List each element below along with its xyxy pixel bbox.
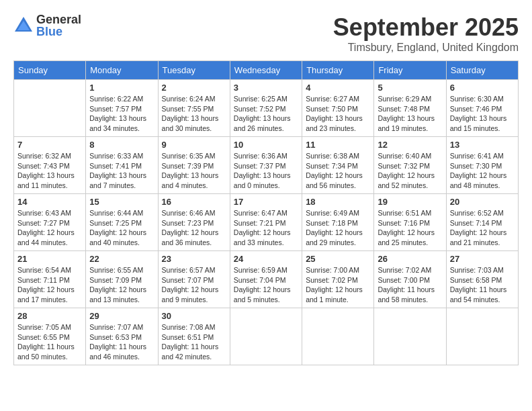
day-info: Sunrise: 6:24 AM Sunset: 7:55 PM Dayligh… <box>162 94 226 134</box>
logo-general: General <box>36 13 81 26</box>
day-number: 20 <box>450 197 515 207</box>
calendar-cell: 7Sunrise: 6:32 AM Sunset: 7:43 PM Daylig… <box>14 137 86 194</box>
day-number: 10 <box>234 140 298 150</box>
calendar-cell <box>302 308 374 365</box>
day-number: 29 <box>89 311 154 321</box>
day-info: Sunrise: 6:57 AM Sunset: 7:07 PM Dayligh… <box>162 265 226 305</box>
day-info: Sunrise: 7:00 AM Sunset: 7:02 PM Dayligh… <box>306 265 370 305</box>
calendar-cell: 11Sunrise: 6:38 AM Sunset: 7:34 PM Dayli… <box>302 137 374 194</box>
weekday-header: Friday <box>374 61 446 80</box>
logo-blue: Blue <box>36 26 81 38</box>
day-number: 27 <box>450 254 515 264</box>
calendar-cell: 2Sunrise: 6:24 AM Sunset: 7:55 PM Daylig… <box>158 80 230 137</box>
calendar-cell: 21Sunrise: 6:54 AM Sunset: 7:11 PM Dayli… <box>14 251 86 308</box>
calendar-cell: 1Sunrise: 6:22 AM Sunset: 7:57 PM Daylig… <box>86 80 158 137</box>
calendar-cell: 30Sunrise: 7:08 AM Sunset: 6:51 PM Dayli… <box>158 308 230 365</box>
day-number: 22 <box>89 254 154 264</box>
calendar-cell: 26Sunrise: 7:02 AM Sunset: 7:00 PM Dayli… <box>374 251 446 308</box>
week-row: 28Sunrise: 7:05 AM Sunset: 6:55 PM Dayli… <box>14 308 519 365</box>
day-number: 17 <box>234 197 298 207</box>
calendar-cell: 13Sunrise: 6:41 AM Sunset: 7:30 PM Dayli… <box>446 137 518 194</box>
weekday-header: Tuesday <box>158 61 230 80</box>
day-number: 15 <box>89 197 154 207</box>
day-number: 23 <box>162 254 226 264</box>
day-number: 18 <box>306 197 370 207</box>
calendar: SundayMondayTuesdayWednesdayThursdayFrid… <box>13 60 519 365</box>
week-row: 1Sunrise: 6:22 AM Sunset: 7:57 PM Daylig… <box>14 80 519 137</box>
weekday-header: Thursday <box>302 61 374 80</box>
day-info: Sunrise: 6:55 AM Sunset: 7:09 PM Dayligh… <box>89 265 154 305</box>
day-info: Sunrise: 6:36 AM Sunset: 7:37 PM Dayligh… <box>234 151 298 191</box>
title-block: September 2025 Timsbury, England, United… <box>333 13 519 54</box>
day-number: 14 <box>17 197 82 207</box>
day-info: Sunrise: 6:47 AM Sunset: 7:21 PM Dayligh… <box>234 208 298 248</box>
day-number: 9 <box>162 140 226 150</box>
calendar-cell <box>14 80 86 137</box>
week-row: 14Sunrise: 6:43 AM Sunset: 7:27 PM Dayli… <box>14 194 519 251</box>
page-header: General Blue September 2025 Timsbury, En… <box>13 13 519 54</box>
calendar-cell: 25Sunrise: 7:00 AM Sunset: 7:02 PM Dayli… <box>302 251 374 308</box>
day-number: 1 <box>89 83 154 93</box>
calendar-cell: 12Sunrise: 6:40 AM Sunset: 7:32 PM Dayli… <box>374 137 446 194</box>
calendar-cell: 6Sunrise: 6:30 AM Sunset: 7:46 PM Daylig… <box>446 80 518 137</box>
day-number: 12 <box>378 140 442 150</box>
calendar-cell: 29Sunrise: 7:07 AM Sunset: 6:53 PM Dayli… <box>86 308 158 365</box>
day-info: Sunrise: 6:40 AM Sunset: 7:32 PM Dayligh… <box>378 151 442 191</box>
calendar-cell: 3Sunrise: 6:25 AM Sunset: 7:52 PM Daylig… <box>230 80 302 137</box>
calendar-cell: 16Sunrise: 6:46 AM Sunset: 7:23 PM Dayli… <box>158 194 230 251</box>
day-info: Sunrise: 6:51 AM Sunset: 7:16 PM Dayligh… <box>378 208 442 248</box>
weekday-header-row: SundayMondayTuesdayWednesdayThursdayFrid… <box>14 61 519 80</box>
day-number: 30 <box>162 311 226 321</box>
weekday-header: Saturday <box>446 61 518 80</box>
calendar-cell: 18Sunrise: 6:49 AM Sunset: 7:18 PM Dayli… <box>302 194 374 251</box>
calendar-cell: 27Sunrise: 7:03 AM Sunset: 6:58 PM Dayli… <box>446 251 518 308</box>
day-info: Sunrise: 6:41 AM Sunset: 7:30 PM Dayligh… <box>450 151 515 191</box>
logo-icon <box>13 15 34 36</box>
day-info: Sunrise: 6:54 AM Sunset: 7:11 PM Dayligh… <box>17 265 82 305</box>
day-info: Sunrise: 6:32 AM Sunset: 7:43 PM Dayligh… <box>17 151 82 191</box>
calendar-cell: 23Sunrise: 6:57 AM Sunset: 7:07 PM Dayli… <box>158 251 230 308</box>
day-info: Sunrise: 6:44 AM Sunset: 7:25 PM Dayligh… <box>89 208 154 248</box>
calendar-cell: 9Sunrise: 6:35 AM Sunset: 7:39 PM Daylig… <box>158 137 230 194</box>
calendar-cell: 14Sunrise: 6:43 AM Sunset: 7:27 PM Dayli… <box>14 194 86 251</box>
calendar-cell <box>374 308 446 365</box>
day-number: 28 <box>17 311 82 321</box>
day-number: 11 <box>306 140 370 150</box>
day-number: 16 <box>162 197 226 207</box>
day-number: 6 <box>450 83 515 93</box>
calendar-cell: 28Sunrise: 7:05 AM Sunset: 6:55 PM Dayli… <box>14 308 86 365</box>
day-info: Sunrise: 6:59 AM Sunset: 7:04 PM Dayligh… <box>234 265 298 305</box>
day-info: Sunrise: 6:33 AM Sunset: 7:41 PM Dayligh… <box>89 151 154 191</box>
weekday-header: Sunday <box>14 61 86 80</box>
day-info: Sunrise: 6:38 AM Sunset: 7:34 PM Dayligh… <box>306 151 370 191</box>
calendar-cell: 24Sunrise: 6:59 AM Sunset: 7:04 PM Dayli… <box>230 251 302 308</box>
day-info: Sunrise: 6:27 AM Sunset: 7:50 PM Dayligh… <box>306 94 370 134</box>
day-info: Sunrise: 6:35 AM Sunset: 7:39 PM Dayligh… <box>162 151 226 191</box>
calendar-cell <box>446 308 518 365</box>
day-info: Sunrise: 7:02 AM Sunset: 7:00 PM Dayligh… <box>378 265 442 305</box>
day-info: Sunrise: 6:46 AM Sunset: 7:23 PM Dayligh… <box>162 208 226 248</box>
day-info: Sunrise: 6:43 AM Sunset: 7:27 PM Dayligh… <box>17 208 82 248</box>
day-number: 19 <box>378 197 442 207</box>
day-info: Sunrise: 7:08 AM Sunset: 6:51 PM Dayligh… <box>162 322 226 362</box>
day-number: 5 <box>378 83 442 93</box>
day-info: Sunrise: 6:25 AM Sunset: 7:52 PM Dayligh… <box>234 94 298 134</box>
calendar-cell: 15Sunrise: 6:44 AM Sunset: 7:25 PM Dayli… <box>86 194 158 251</box>
calendar-cell: 5Sunrise: 6:29 AM Sunset: 7:48 PM Daylig… <box>374 80 446 137</box>
calendar-cell: 17Sunrise: 6:47 AM Sunset: 7:21 PM Dayli… <box>230 194 302 251</box>
day-info: Sunrise: 7:03 AM Sunset: 6:58 PM Dayligh… <box>450 265 515 305</box>
location: Timsbury, England, United Kingdom <box>333 42 519 54</box>
day-info: Sunrise: 6:30 AM Sunset: 7:46 PM Dayligh… <box>450 94 515 134</box>
day-info: Sunrise: 7:05 AM Sunset: 6:55 PM Dayligh… <box>17 322 82 362</box>
day-info: Sunrise: 6:49 AM Sunset: 7:18 PM Dayligh… <box>306 208 370 248</box>
day-info: Sunrise: 7:07 AM Sunset: 6:53 PM Dayligh… <box>89 322 154 362</box>
logo: General Blue <box>13 13 81 38</box>
day-number: 26 <box>378 254 442 264</box>
day-number: 4 <box>306 83 370 93</box>
day-number: 21 <box>17 254 82 264</box>
day-number: 24 <box>234 254 298 264</box>
day-number: 25 <box>306 254 370 264</box>
day-number: 3 <box>234 83 298 93</box>
calendar-cell: 19Sunrise: 6:51 AM Sunset: 7:16 PM Dayli… <box>374 194 446 251</box>
day-number: 2 <box>162 83 226 93</box>
